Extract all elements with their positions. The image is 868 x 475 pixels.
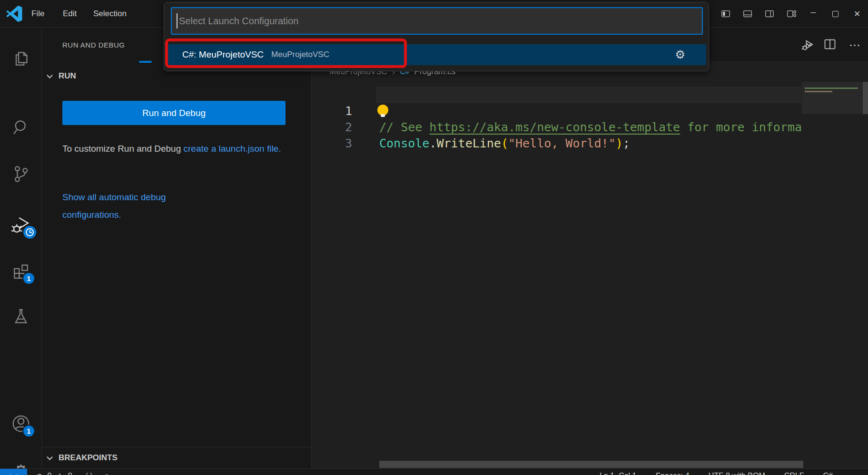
editor-group: ⋯ MeuProjetoVSC › C# Program.cs 1 // See… <box>312 28 868 468</box>
source-control-icon[interactable] <box>10 164 31 184</box>
toggle-primary-sidebar-icon[interactable] <box>715 0 737 28</box>
toggle-panel-icon[interactable] <box>737 0 759 28</box>
status-play-icon[interactable]: ▷ <box>106 472 112 475</box>
quick-fix-lightbulb-icon[interactable] <box>377 105 388 116</box>
testing-icon[interactable] <box>10 306 31 327</box>
maximize-button[interactable] <box>824 0 846 28</box>
line-number: 3 <box>321 136 352 152</box>
quick-pick-item-label: C#: MeuProjetoVSC <box>182 49 264 60</box>
run-or-debug-button[interactable] <box>801 39 811 52</box>
accounts-icon[interactable]: 1 <box>10 413 31 434</box>
run-section-header[interactable]: RUN <box>48 71 76 81</box>
customize-layout-icon[interactable] <box>780 0 802 28</box>
breakpoints-section-label: BREAKPOINTS <box>59 453 118 463</box>
progress-bar <box>139 61 152 63</box>
text-cursor <box>177 13 178 29</box>
quick-pick-panel: Select Launch Configuration C#: MeuProje… <box>164 2 709 71</box>
extensions-badge: 1 <box>22 272 35 285</box>
menu-edit[interactable]: Edit <box>58 0 81 28</box>
debug-session-clock-badge <box>22 225 37 240</box>
more-actions-button[interactable]: ⋯ <box>849 39 861 52</box>
horizontal-scrollbar[interactable] <box>379 461 803 468</box>
chevron-down-icon <box>47 72 53 78</box>
minimap[interactable] <box>802 82 863 461</box>
customize-hint-plain: To customize Run and Debug <box>62 144 181 154</box>
eol-sequence[interactable]: CRLF <box>784 472 804 475</box>
create-launch-json-link[interactable]: create a launch.json file. <box>184 144 281 154</box>
code-line-1: // See https://aka.ms/new-console-templa… <box>379 119 801 136</box>
quick-pick-placeholder: Select Launch Configuration <box>179 16 298 27</box>
errors-count[interactable]: 0 <box>47 472 51 475</box>
vscode-logo-icon <box>6 5 23 22</box>
explorer-icon[interactable] <box>10 48 31 69</box>
breakpoints-section-header[interactable]: BREAKPOINTS <box>42 447 312 468</box>
indentation[interactable]: Spaces: 4 <box>655 472 689 475</box>
minimize-button[interactable]: – <box>802 0 824 28</box>
sidebar-title: RUN AND DEBUG <box>62 41 125 49</box>
accounts-badge: 1 <box>22 425 35 437</box>
configure-item-gear-icon[interactable]: ⚙ <box>675 44 685 65</box>
run-and-debug-sidebar: RUN AND DEBUG RUN Run and Debug To custo… <box>42 28 312 468</box>
search-icon[interactable] <box>10 117 31 138</box>
status-brackets-icon[interactable]: ( ) <box>86 472 93 475</box>
cursor-position[interactable]: Ln 1, Col 1 <box>600 472 636 475</box>
code-editor[interactable]: 1 // See https://aka.ms/new-console-temp… <box>312 82 868 461</box>
run-and-debug-icon[interactable] <box>10 214 31 235</box>
chevron-down-icon <box>47 454 53 460</box>
run-section-label: RUN <box>59 71 76 81</box>
extensions-icon[interactable]: 1 <box>10 261 31 281</box>
comment-url-link[interactable]: https://aka.ms/new-console-template <box>429 120 680 134</box>
customize-hint-text: To customize Run and Debug create a laun… <box>62 140 291 157</box>
quick-pick-item-csharp-meuprojetovsc[interactable]: C#: MeuProjetoVSC MeuProjetoVSC ⚙ <box>168 44 706 65</box>
errors-icon[interactable]: ⊘ <box>36 472 42 475</box>
minimap-slider[interactable] <box>802 82 863 114</box>
language-mode[interactable]: C# <box>823 472 833 475</box>
warnings-count[interactable]: 0 <box>68 472 72 475</box>
show-debug-configurations-link[interactable]: Show all automatic debug configurations. <box>62 188 291 223</box>
vertical-scrollbar[interactable] <box>863 82 868 114</box>
code-line-2: Console.WriteLine("Hello, World!"); <box>379 136 801 152</box>
split-editor-button[interactable] <box>823 38 837 53</box>
menu-selection[interactable]: Selection <box>89 0 131 28</box>
quick-pick-input[interactable]: Select Launch Configuration <box>171 7 703 35</box>
toggle-secondary-sidebar-icon[interactable] <box>759 0 780 28</box>
run-and-debug-button[interactable]: Run and Debug <box>62 101 286 125</box>
activity-bar: 1 1 ⚙ <box>0 28 42 468</box>
status-bar: >< ⊘ 0 ⚠ 0 ( ) ▷ Ln 1, Col 1 Spaces: 4 U… <box>0 468 868 475</box>
quick-pick-item-description: MeuProjetoVSC <box>271 50 329 59</box>
encoding[interactable]: UTF-8 with BOM <box>709 472 765 475</box>
close-button[interactable]: ✕ <box>846 0 868 28</box>
menu-file[interactable]: File <box>27 0 49 28</box>
vscode-window: File Edit Selection – ✕ <box>0 0 868 475</box>
remote-indicator[interactable]: >< <box>0 469 27 475</box>
current-line-highlight <box>376 87 801 103</box>
warnings-icon[interactable]: ⚠ <box>56 472 63 475</box>
